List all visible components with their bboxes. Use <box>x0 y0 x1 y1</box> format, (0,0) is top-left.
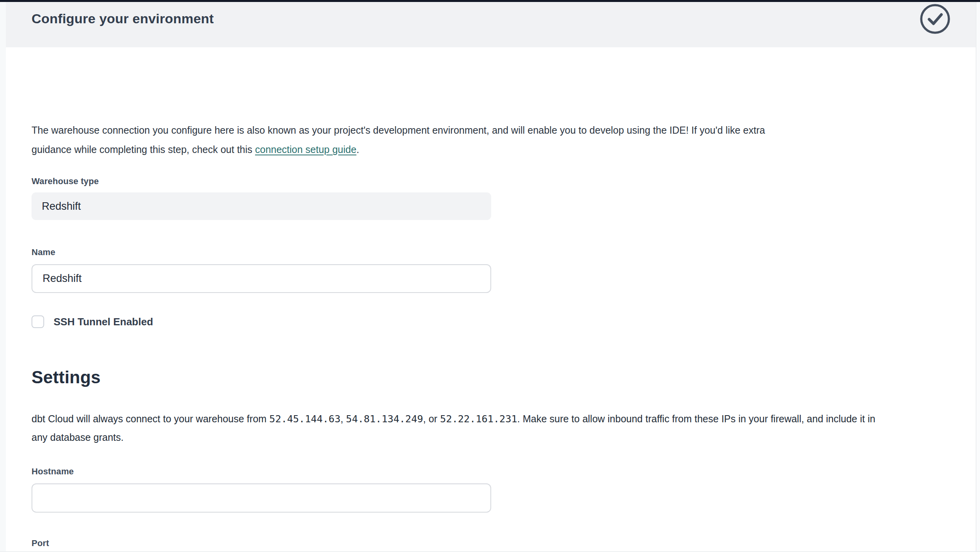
settings-text-after-ips: . Make sure to allow inbound traffic fro… <box>517 413 875 424</box>
settings-paragraph: dbt Cloud will always connect to your wa… <box>32 410 954 446</box>
page-title: Configure your environment <box>32 11 214 26</box>
hostname-label: Hostname <box>32 466 74 477</box>
connection-setup-guide-link[interactable]: connection setup guide <box>255 144 356 155</box>
left-gutter <box>0 2 6 552</box>
intro-line2: guidance while completing this step, che… <box>32 140 950 159</box>
intro-line1: The warehouse connection you configure h… <box>32 121 950 140</box>
name-input[interactable] <box>43 272 480 285</box>
settings-line1: dbt Cloud will always connect to your wa… <box>32 410 954 428</box>
settings-text-before-ips: dbt Cloud will always connect to your wa… <box>32 413 269 424</box>
ssh-tunnel-row: SSH Tunnel Enabled <box>32 315 153 328</box>
ip-separator-2: , or <box>423 413 440 424</box>
warehouse-type-label: Warehouse type <box>32 176 99 186</box>
ip-address-1: 52.45.144.63 <box>269 413 341 425</box>
intro-line2-period: . <box>356 144 359 155</box>
ip-address-2: 54.81.134.249 <box>346 413 423 425</box>
port-label: Port <box>32 538 49 548</box>
hostname-input[interactable] <box>43 492 480 504</box>
intro-paragraph: The warehouse connection you configure h… <box>32 121 950 159</box>
warehouse-type-value: Redshift <box>42 200 81 213</box>
name-field-wrapper <box>32 264 491 293</box>
ssh-tunnel-label: SSH Tunnel Enabled <box>54 316 153 328</box>
ip-separator-1: , <box>341 413 346 424</box>
check-circle-icon <box>919 3 951 35</box>
settings-line2: any database grants. <box>32 428 954 446</box>
hostname-field-wrapper <box>32 483 491 513</box>
ip-address-3: 52.22.161.231 <box>440 413 517 425</box>
settings-heading: Settings <box>32 367 101 387</box>
intro-line2-text: guidance while completing this step, che… <box>32 144 255 155</box>
warehouse-type-field[interactable]: Redshift <box>32 192 491 220</box>
name-label: Name <box>32 247 55 257</box>
scrollbar-track[interactable] <box>976 2 980 552</box>
ssh-tunnel-checkbox[interactable] <box>32 315 44 328</box>
